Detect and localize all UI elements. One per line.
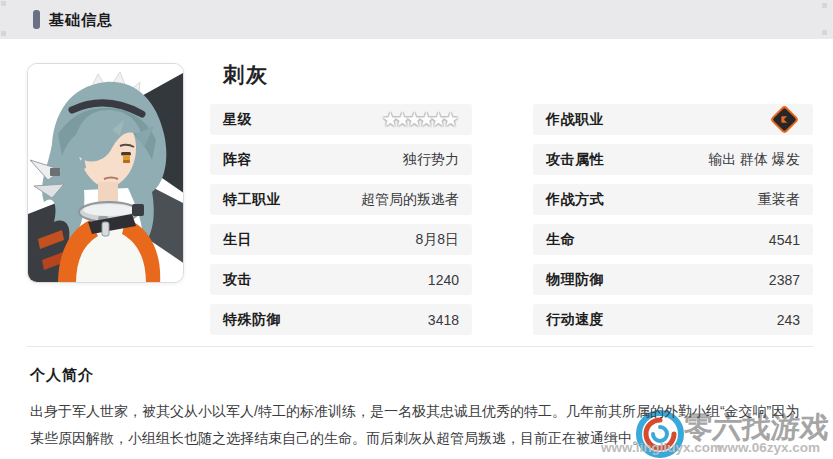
row-value: 3418 xyxy=(428,312,459,328)
row-label: 生命 xyxy=(546,231,575,249)
table-row-agent-class: 特工职业 超管局的叛逃者 xyxy=(210,184,472,215)
table-row-speed: 行动速度 243 xyxy=(533,304,813,335)
row-label: 行动速度 xyxy=(546,311,604,329)
row-value: 超管局的叛逃者 xyxy=(361,191,459,209)
bio-line-2: 某些原因解散，小组组长也随之选择结束自己的生命。而后刺灰从超管局叛逃，目前正在被… xyxy=(30,425,805,452)
basic-info-panel: 基础信息 xyxy=(0,0,833,459)
table-row-special-defense: 特殊防御 3418 xyxy=(210,304,472,335)
row-label: 星级 xyxy=(223,111,252,129)
table-row-birthday: 生日 8月8日 xyxy=(210,224,472,255)
table-row-physical-defense: 物理防御 2387 xyxy=(533,264,813,295)
row-label: 特殊防御 xyxy=(223,311,281,329)
row-label: 作战方式 xyxy=(546,191,604,209)
handle-dot xyxy=(1,31,6,36)
table-row-attack-attribute: 攻击属性 输出 群体 爆发 xyxy=(533,144,813,175)
row-label: 特工职业 xyxy=(223,191,281,209)
bio-paragraph: 出身于军人世家，被其父从小以军人/特工的标准训练，是一名极其忠诚且优秀的特工。几… xyxy=(30,398,805,452)
row-label: 物理防御 xyxy=(546,271,604,289)
left-info-table: 星级 ★★★★★★ 阵容 独行势力 特工职业 超管局的叛逃者 生日 8月8日 攻… xyxy=(210,104,472,344)
table-row-faction: 阵容 独行势力 xyxy=(210,144,472,175)
section-title: 基础信息 xyxy=(49,11,113,30)
portrait-illustration xyxy=(28,64,184,283)
row-label: 攻击 xyxy=(223,271,252,289)
row-label: 作战职业 xyxy=(546,111,604,129)
section-divider xyxy=(27,346,813,347)
bio-line-1: 出身于军人世家，被其父从小以军人/特工的标准训练，是一名极其忠诚且优秀的特工。几… xyxy=(30,398,805,425)
character-name: 刺灰 xyxy=(223,61,269,89)
section-header: 基础信息 xyxy=(0,0,833,39)
table-row-combat-class: 作战职业 xyxy=(533,104,813,135)
star-icon: ★ xyxy=(442,110,459,129)
right-info-table: 作战职业 攻击属性 输出 群体 爆发 作战方式 重装者 生命 4541 物理防御… xyxy=(533,104,813,344)
handle-dot xyxy=(1,1,6,6)
header-accent-bar xyxy=(33,10,40,29)
class-diamond-icon xyxy=(770,105,800,135)
bio-title: 个人简介 xyxy=(30,366,94,385)
character-portrait xyxy=(27,63,184,283)
row-label: 攻击属性 xyxy=(546,151,604,169)
handle-dot xyxy=(822,30,827,35)
row-label: 阵容 xyxy=(223,151,252,169)
table-row-star-rating: 星级 ★★★★★★ xyxy=(210,104,472,135)
table-row-combat-style: 作战方式 重装者 xyxy=(533,184,813,215)
row-value: 1240 xyxy=(428,272,459,288)
row-value: 8月8日 xyxy=(415,231,459,249)
row-value: 输出 群体 爆发 xyxy=(708,151,800,169)
row-value: 2387 xyxy=(769,272,800,288)
table-row-attack: 攻击 1240 xyxy=(210,264,472,295)
row-label: 生日 xyxy=(223,231,252,249)
handle-dot xyxy=(822,3,827,8)
row-value: 独行势力 xyxy=(403,151,459,169)
row-value: 重装者 xyxy=(758,191,800,209)
table-row-hp: 生命 4541 xyxy=(533,224,813,255)
star-rating: ★★★★★★ xyxy=(387,110,459,129)
row-value: 4541 xyxy=(769,232,800,248)
row-value: 243 xyxy=(777,312,800,328)
